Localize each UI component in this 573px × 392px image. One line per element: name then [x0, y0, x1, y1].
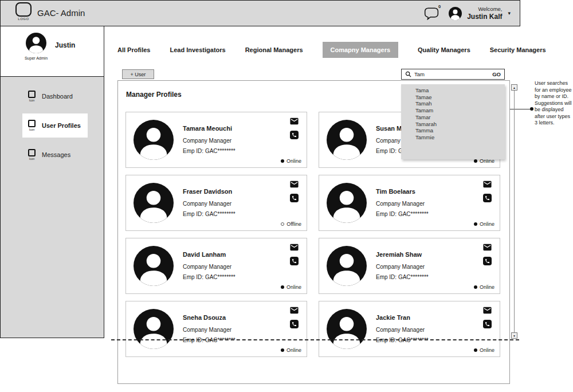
- suggestion-item[interactable]: Tamarah: [401, 121, 505, 128]
- messages-button[interactable]: 0: [423, 7, 439, 20]
- email-icon[interactable]: [289, 305, 299, 315]
- phone-icon[interactable]: [290, 320, 299, 328]
- icon-caption: Icon: [28, 99, 36, 102]
- tab-all-profiles[interactable]: All Profiles: [117, 46, 150, 53]
- sidebar-item-label: Dashboard: [42, 93, 73, 100]
- manager-emp-id: Emp ID: GAC********: [376, 274, 429, 280]
- user-avatar[interactable]: [449, 7, 462, 20]
- phone-icon[interactable]: [483, 194, 492, 202]
- manager-name: Tamara Meouchi: [183, 125, 232, 132]
- sidebar-user-avatar: [26, 33, 46, 53]
- profile-avatar: [327, 120, 367, 160]
- status-badge: Online: [281, 347, 301, 353]
- status-label: Online: [286, 284, 301, 290]
- status-dot-icon: [474, 285, 477, 289]
- tab-lead-investigators[interactable]: Lead Investigators: [170, 46, 225, 53]
- email-icon[interactable]: [289, 179, 299, 189]
- phone-icon[interactable]: [483, 320, 492, 328]
- suggestion-item[interactable]: Tamae: [401, 94, 505, 101]
- topbar: LOGO GAC- Admin 0 Welcome, Justin Kalf ▾: [0, 0, 520, 26]
- profile-avatar: [134, 183, 174, 223]
- phone-icon[interactable]: [290, 131, 299, 139]
- status-badge: Online: [474, 284, 494, 290]
- phone-icon[interactable]: [290, 257, 299, 265]
- search-go-button[interactable]: GO: [492, 71, 501, 77]
- scrollbar-track[interactable]: [514, 91, 515, 332]
- manager-name: Jeremiah Shaw: [376, 251, 422, 258]
- suggestion-item[interactable]: Tamma: [401, 127, 505, 134]
- profile-avatar: [327, 309, 367, 349]
- profile-avatar: [327, 183, 367, 223]
- manager-role: Company Manager: [183, 264, 231, 270]
- search-suggestions-dropdown: Tama Tamae Tamah Tamam Tamar Tamarah Tam…: [401, 84, 505, 159]
- status-dot-icon: [281, 159, 284, 163]
- status-dot-icon: [281, 285, 284, 289]
- tab-company-managers[interactable]: Comapny Managers: [323, 42, 399, 58]
- manager-name: Tim Boelaars: [376, 188, 415, 195]
- search-input[interactable]: [414, 71, 489, 77]
- suggestion-item[interactable]: Tamar: [401, 114, 505, 121]
- status-dot-icon: [474, 159, 477, 163]
- email-icon[interactable]: [289, 116, 299, 126]
- tab-regional-managers[interactable]: Regional Managers: [245, 46, 303, 53]
- status-badge: Offline: [281, 221, 301, 227]
- manager-emp-id: Emp ID: GAC********: [183, 211, 236, 217]
- sidebar-item-dashboard[interactable]: Icon Dashboard: [22, 84, 88, 108]
- status-badge: Online: [474, 221, 494, 227]
- tab-quality-managers[interactable]: Quality Managers: [418, 46, 470, 53]
- manager-card: Jackie Tran Company Manager Emp ID: GAC*…: [319, 301, 500, 357]
- suggestion-item[interactable]: Tamah: [401, 100, 505, 107]
- manager-name: Jackie Tran: [376, 314, 410, 321]
- phone-icon[interactable]: [483, 257, 492, 265]
- scroll-down-icon[interactable]: ▼: [511, 332, 517, 339]
- email-icon[interactable]: [289, 242, 299, 252]
- scrollbar[interactable]: ▲ ▼: [511, 84, 517, 339]
- phone-icon[interactable]: [290, 194, 299, 202]
- user-profiles-icon: [28, 120, 36, 127]
- profile-tabs: All Profiles Lead Investigators Regional…: [117, 42, 546, 58]
- manager-role: Company Manager: [183, 201, 231, 207]
- suggestion-item[interactable]: Tama: [401, 87, 505, 94]
- profile-avatar: [134, 120, 174, 160]
- email-icon[interactable]: [482, 242, 492, 252]
- logo-label: LOGO: [13, 17, 34, 21]
- email-icon[interactable]: [482, 179, 492, 189]
- sidebar-item-user-profiles[interactable]: Icon User Profiles: [22, 113, 88, 138]
- status-label: Online: [286, 158, 301, 164]
- chevron-down-icon[interactable]: ▾: [508, 10, 511, 16]
- suggestion-item[interactable]: Tammie: [401, 134, 505, 141]
- add-user-button[interactable]: + User: [122, 69, 154, 79]
- email-icon[interactable]: [482, 305, 492, 315]
- manager-card: Tim Boelaars Company Manager Emp ID: GAC…: [319, 175, 500, 231]
- search-icon: [405, 71, 411, 77]
- app-logo: LOGO: [13, 2, 34, 21]
- manager-emp-id: Emp ID: GAC********: [183, 274, 236, 280]
- status-label: Online: [286, 347, 301, 353]
- manager-role: Company Manager: [183, 327, 231, 333]
- status-badge: Online: [474, 347, 494, 353]
- sidebar-user-role: Super Admin: [17, 56, 56, 60]
- user-name: Justin Kalf: [467, 13, 502, 21]
- welcome-block[interactable]: Welcome, Justin Kalf: [467, 6, 502, 21]
- scroll-up-icon[interactable]: ▲: [511, 84, 517, 91]
- sidebar-user-card: Justin Super Admin: [1, 26, 104, 77]
- annotation-connector-dot: [530, 107, 533, 111]
- status-badge: Online: [281, 284, 301, 290]
- sidebar-item-messages[interactable]: Icon Messages: [22, 143, 88, 167]
- status-label: Online: [480, 221, 494, 227]
- topbar-right: 0 Welcome, Justin Kalf ▾: [423, 1, 511, 26]
- status-dot-icon: [281, 348, 284, 352]
- tab-security-managers[interactable]: Security Managers: [490, 46, 546, 53]
- manager-name: Sneha Dsouza: [183, 314, 226, 321]
- sidebar-item-label: User Profiles: [42, 122, 81, 129]
- status-label: Online: [480, 284, 494, 290]
- app-root: LOGO GAC- Admin 0 Welcome, Justin Kalf ▾…: [0, 0, 573, 392]
- notification-badge: 0: [438, 4, 441, 9]
- manager-card: Fraser Davidson Company Manager Emp ID: …: [125, 175, 307, 231]
- profile-avatar: [134, 246, 174, 286]
- messages-icon: [28, 149, 36, 156]
- annotation-note: User searches for an employee by name or…: [535, 80, 572, 127]
- suggestion-item[interactable]: Tamam: [401, 107, 505, 114]
- sidebar-user-name: Justin: [55, 41, 75, 49]
- status-dot-icon: [474, 348, 477, 352]
